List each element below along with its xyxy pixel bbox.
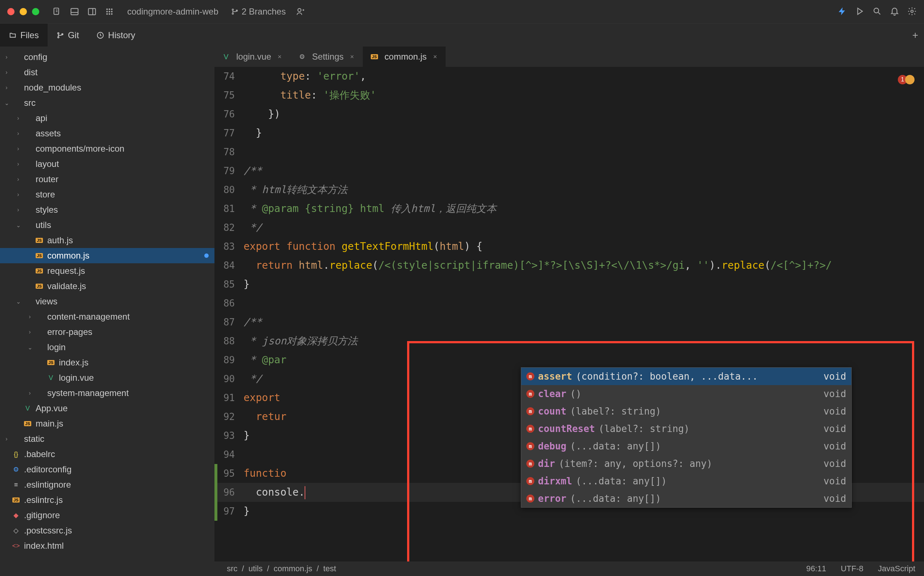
file-.postcssrc.js[interactable]: ◇.postcssrc.js — [0, 523, 214, 538]
file-tree[interactable]: ›config›dist›node_modules⌄src›api›assets… — [0, 46, 214, 562]
folder-router[interactable]: ›router — [0, 172, 214, 187]
autocomplete-item-countReset[interactable]: mcountReset(label?: string)void — [521, 420, 851, 437]
file-.babelrc[interactable]: {}.babelrc — [0, 446, 214, 462]
code-line-81[interactable]: 81 * @param {string} html 传入html，返回纯文本 — [214, 199, 924, 218]
panel-bottom-icon[interactable] — [70, 7, 79, 16]
search-icon[interactable] — [872, 6, 882, 17]
file-validate.js[interactable]: JSvalidate.js — [0, 278, 214, 294]
folder-assets[interactable]: ›assets — [0, 126, 214, 141]
branches-button[interactable]: 2 Branches — [231, 6, 286, 17]
lightning-icon[interactable] — [838, 6, 847, 17]
folder-src[interactable]: ⌄src — [0, 95, 214, 110]
code-line-86[interactable]: 86 — [214, 294, 924, 313]
autocomplete-item-dir[interactable]: mdir(item?: any, options?: any)void — [521, 455, 851, 472]
code-line-85[interactable]: 85} — [214, 275, 924, 294]
maximize-window[interactable] — [32, 8, 39, 15]
js-icon: JS — [46, 358, 55, 367]
folder-api[interactable]: ›api — [0, 110, 214, 126]
code-line-74[interactable]: 74 type: 'error', — [214, 67, 924, 86]
tree-item-label: validate.js — [47, 281, 86, 291]
minimize-window[interactable] — [20, 8, 27, 15]
file-login.vue[interactable]: Vlogin.vue — [0, 370, 214, 386]
autocomplete-item-dirxml[interactable]: mdirxml(...data: any[])void — [521, 472, 851, 490]
folder-static[interactable]: ›static — [0, 431, 214, 446]
run-icon[interactable] — [855, 6, 864, 17]
autocomplete-popup[interactable]: massert(condition?: boolean, ...data...v… — [521, 367, 852, 508]
code-line-84[interactable]: 84 return html.replace(/<(style|script|i… — [214, 256, 924, 275]
folder-dist[interactable]: ›dist — [0, 65, 214, 80]
editor-tab-common.js[interactable]: JScommon.js× — [363, 46, 446, 67]
js-icon: JS — [35, 282, 44, 291]
code-line-79[interactable]: 79/** — [214, 162, 924, 180]
encoding[interactable]: UTF-8 — [841, 564, 863, 573]
folder-styles[interactable]: ›styles — [0, 202, 214, 218]
ac-signature: (item?: any, options?: any) — [559, 454, 712, 473]
folder-components/more-icon[interactable]: ›components/more-icon — [0, 141, 214, 156]
close-tab-icon[interactable]: × — [278, 53, 282, 61]
folder-views[interactable]: ⌄views — [0, 294, 214, 309]
editor-content[interactable]: 1 74 type: 'error',75 title: '操作失败'76 })… — [214, 67, 924, 562]
autocomplete-item-error[interactable]: merror(...data: any[])void — [521, 490, 851, 507]
editor-tab-login.vue[interactable]: Vlogin.vue× — [214, 46, 290, 67]
folder-utils[interactable]: ⌄utils — [0, 218, 214, 233]
code-line-87[interactable]: 87/** — [214, 313, 924, 332]
folder-node_modules[interactable]: ›node_modules — [0, 80, 214, 95]
autocomplete-item-debug[interactable]: mdebug(...data: any[])void — [521, 437, 851, 455]
cursor-position[interactable]: 96:11 — [806, 564, 826, 573]
breadcrumb-segment[interactable]: src — [227, 564, 237, 573]
editor-tab-Settings[interactable]: ⚙Settings× — [290, 46, 363, 67]
close-tab-icon[interactable]: × — [350, 53, 354, 61]
problems-badge[interactable]: 1 — [898, 75, 914, 84]
code-line-76[interactable]: 76 }) — [214, 105, 924, 124]
file-App.vue[interactable]: VApp.vue — [0, 401, 214, 416]
folder-store[interactable]: ›store — [0, 187, 214, 202]
folder-login[interactable]: ⌄login — [0, 340, 214, 355]
add-user-icon[interactable] — [296, 7, 305, 16]
code-line-82[interactable]: 82 */ — [214, 218, 924, 237]
code-line-83[interactable]: 83export function getTextFormHtml(html) … — [214, 237, 924, 256]
language[interactable]: JavaScript — [878, 564, 915, 573]
close-tab-icon[interactable]: × — [433, 53, 437, 61]
tab-history[interactable]: History — [88, 24, 144, 46]
breadcrumb-segment[interactable]: utils — [248, 564, 262, 573]
chevron-right-icon: › — [14, 161, 22, 167]
code-line-80[interactable]: 80 * html转纯文本方法 — [214, 180, 924, 199]
file-.gitignore[interactable]: ◆.gitignore — [0, 508, 214, 523]
breadcrumb-segment[interactable]: common.js — [274, 564, 312, 573]
new-file-icon[interactable] — [52, 7, 62, 16]
autocomplete-item-assert[interactable]: massert(condition?: boolean, ...data...v… — [521, 368, 851, 385]
autocomplete-item-count[interactable]: mcount(label?: string)void — [521, 403, 851, 420]
bell-icon[interactable] — [890, 6, 899, 17]
tab-files[interactable]: Files — [0, 24, 48, 46]
folder-content-management[interactable]: ›content-management — [0, 309, 214, 324]
code-line-88[interactable]: 88 * json对象深拷贝方法 — [214, 332, 924, 350]
close-window[interactable] — [7, 8, 14, 15]
folder-system-management[interactable]: ›system-management — [0, 386, 214, 401]
breadcrumb[interactable]: src/utils/common.js/test — [227, 564, 336, 573]
project-name[interactable]: codingmore-admin-web — [127, 6, 219, 17]
apps-icon[interactable] — [105, 7, 114, 16]
autocomplete-item-clear[interactable]: mclear()void — [521, 385, 851, 403]
code-line-75[interactable]: 75 title: '操作失败' — [214, 86, 924, 105]
file-auth.js[interactable]: JSauth.js — [0, 233, 214, 248]
gear-icon[interactable] — [907, 6, 917, 17]
panel-right-icon[interactable] — [87, 7, 97, 16]
folder-layout[interactable]: ›layout — [0, 156, 214, 172]
file-index.html[interactable]: <>index.html — [0, 538, 214, 554]
file-.eslintignore[interactable]: ≡.eslintignore — [0, 477, 214, 492]
add-toolwindow-button[interactable]: + — [912, 29, 918, 41]
breadcrumb-segment[interactable]: test — [323, 564, 336, 573]
file-index.js[interactable]: JSindex.js — [0, 355, 214, 370]
tree-item-label: dist — [24, 67, 37, 77]
file-.editorconfig[interactable]: ⚙.editorconfig — [0, 462, 214, 477]
code-line-78[interactable]: 78 — [214, 142, 924, 162]
tab-git[interactable]: Git — [48, 24, 88, 46]
gutter-indicator — [214, 86, 217, 105]
folder-config[interactable]: ›config — [0, 50, 214, 65]
folder-error-pages[interactable]: ›error-pages — [0, 324, 214, 340]
file-request.js[interactable]: JSrequest.js — [0, 263, 214, 278]
file-main.js[interactable]: JSmain.js — [0, 416, 214, 431]
file-.eslintrc.js[interactable]: JS.eslintrc.js — [0, 492, 214, 508]
code-line-77[interactable]: 77 } — [214, 124, 924, 142]
file-common.js[interactable]: JScommon.js — [0, 248, 214, 263]
